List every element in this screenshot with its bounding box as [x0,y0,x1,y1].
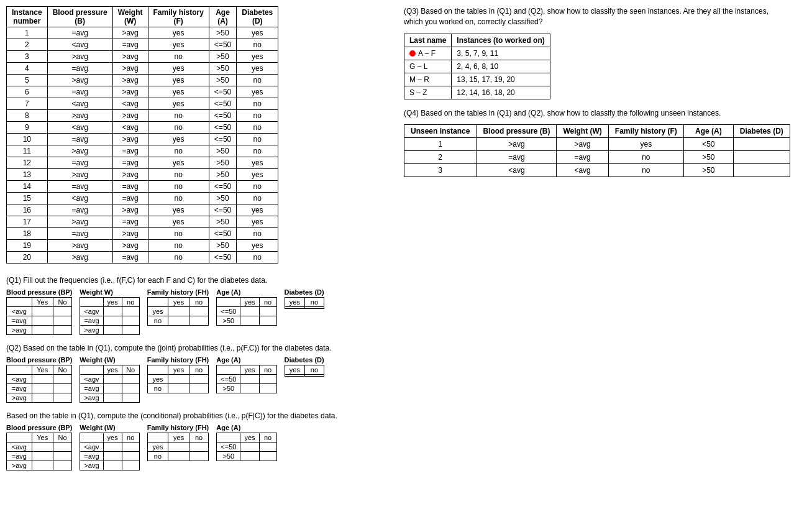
q3-table-row: M – R13, 15, 17, 19, 20 [404,73,550,86]
q2-bp-table: Blood pressure (BP) YesNo <avg =avg >avg [6,356,72,403]
col-header-diabetes: Diabetes(D) [237,7,278,27]
q1-section: (Q1) Fill out the frequencies (i.e., f(F… [6,276,391,335]
q3-section: (Q3) Based on the tables in (Q1) and (Q2… [404,6,801,99]
q4-col-diabetes: Diabetes (D) [733,125,790,138]
table-row: 9<avg<avgno<=50no [7,122,278,134]
q2-label: (Q2) Based on the table in (Q1), compute… [6,344,391,352]
q1-bp-label: Blood pressure (BP) [6,288,72,296]
q3-assignment-table: Last name Instances (to worked on) A – F… [404,34,550,99]
q4-table-row: 3<avg<avgno>50 [404,164,790,177]
cond-bp-label: Blood pressure (BP) [6,424,72,431]
table-row: 5>avg>avgyes>50no [7,75,278,86]
q2-bp-label: Blood pressure (BP) [6,356,72,364]
q2-diabetes-table: Diabetes (D) yesno [285,356,324,377]
q1-fh-label: Family history (FH) [147,288,209,296]
q4-col-weight: Weight (W) [557,125,608,138]
table-row: 6=avg>avgyes<=50yes [7,86,278,98]
table-row: 3>avg>avgno>50yes [7,51,278,63]
col-header-fh: Family history(F) [148,7,209,27]
table-row: 7<avg<avgyes<=50no [7,98,278,110]
cond-age-table: Age (A) yesno <=50 >50 [216,424,276,461]
q1-weight-table: Weight W) yesno <agv =avg >avg [80,288,139,335]
cond-weight-label: Weight (W) [80,424,139,431]
table-row: 13>avg>avgno>50yes [7,169,278,181]
q3-table-row: G – L2, 4, 6, 8, 10 [404,60,550,73]
q3-label: (Q3) Based on the tables in (Q1) and (Q2… [404,6,777,27]
cond-fh-table: Family history (FH) yesno yes no [147,424,209,461]
q1-label: (Q1) Fill out the frequencies (i.e., f(F… [6,276,391,285]
table-row: 18=avg>avgno<=50no [7,228,278,240]
red-dot-icon [409,50,416,57]
q4-col-fh: Family history (F) [608,125,683,138]
table-row: 2<avg=avgyes<=50no [7,39,278,51]
q1-weight-label: Weight W) [80,288,139,296]
cond-fh-label: Family history (FH) [147,424,209,431]
table-row: 12=avg=avgyes>50yes [7,157,278,169]
q2-fh-label: Family history (FH) [147,356,209,364]
table-row: 4=avg>avgyes>50yes [7,63,278,75]
cond-section: Based on the table in (Q1), compute the … [6,411,391,470]
q2-diabetes-label: Diabetes (D) [285,356,324,364]
q1-age-label: Age (A) [216,288,276,296]
col-header-instance: Instancenumber [7,7,48,27]
q1-fh-table: Family history (FH) yesno yes no [147,288,209,326]
table-row: 15<avg=avgno>50no [7,193,278,204]
q4-section: (Q4) Based on the tables in (Q1) and (Q2… [404,108,801,178]
cond-bp-table: Blood pressure (BP) YesNo <avg =avg >avg [6,424,72,470]
q4-table-row: 2=avg=avgno>50 [404,151,790,164]
q3-col-lastname: Last name [404,34,452,47]
q1-age-table: Age (A) yesno <=50 >50 [216,288,276,326]
q4-label: (Q4) Based on the tables in (Q1) and (Q2… [404,108,777,119]
table-row: 17>avg=avgyes>50yes [7,216,278,228]
col-header-weight: Weight(W) [112,7,148,27]
q1-diabetes-table: Diabetes (D) yesno [285,288,324,309]
q1-bp-table: Blood pressure (BP) YesNo <avg =avg >avg [6,288,72,335]
q3-col-instances: Instances (to worked on) [452,34,550,47]
cond-weight-table: Weight (W) yesno <agv =avg >avg [80,424,139,470]
table-row: 14=avg=avgno<=50no [7,181,278,193]
col-header-age: Age(A) [209,7,236,27]
q2-section: (Q2) Based on the table in (Q1), compute… [6,344,391,403]
main-data-table: Instancenumber Blood pressure(B) Weight(… [6,6,278,264]
q4-unseen-table: Unseen instance Blood pressure (B) Weigh… [404,124,790,177]
q4-table-row: 1>avg>avgyes<50 [404,138,790,151]
table-row: 8>avg>avgno<=50no [7,110,278,122]
cond-age-label: Age (A) [216,424,276,431]
table-row: 19>avg>avgno>50yes [7,240,278,252]
table-row: 16=avg>avgyes<=50yes [7,204,278,216]
table-row: 11>avg=avgno>50no [7,145,278,157]
q2-weight-label: Weight (W) [80,356,139,364]
table-row: 10=avg>avgyes<=50no [7,134,278,145]
q4-col-unseen: Unseen instance [404,125,477,138]
q2-age-table: Age (A) yesno <=50 >50 [216,356,276,393]
q1-diabetes-label: Diabetes (D) [285,288,324,296]
table-row: 1=avg>avgyes>50yes [7,27,278,39]
q3-table-row: S – Z12, 14, 16, 18, 20 [404,86,550,99]
q4-col-bp: Blood pressure (B) [477,125,557,138]
q2-weight-table: Weight (W) yesNo <agv =avg >avg [80,356,139,403]
table-row: 20>avg=avgno<=50no [7,252,278,264]
q4-col-age: Age (A) [683,125,733,138]
q2-fh-table: Family history (FH) yesno yes no [147,356,209,393]
cond-label: Based on the table in (Q1), compute the … [6,411,391,420]
col-header-bp: Blood pressure(B) [47,7,112,27]
q2-age-label: Age (A) [216,356,276,364]
q3-table-row: A – F3, 5, 7, 9, 11 [404,47,550,60]
